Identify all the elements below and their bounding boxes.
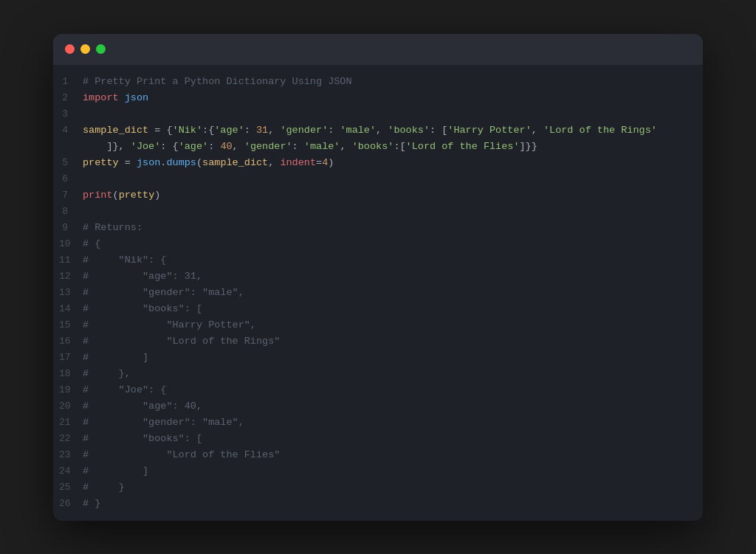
code-line-content: # "Nik": { [83, 252, 697, 269]
code-line-content: pretty = json.dumps(sample_dict, indent=… [83, 155, 697, 171]
code-line-content: # ] [83, 350, 697, 366]
code-line-content: # "age": 31, [83, 269, 697, 285]
code-line-content: # Pretty Print a Python Dictionary Using… [83, 74, 697, 90]
code-line-content: # "gender": "male", [83, 415, 697, 431]
maximize-button[interactable] [96, 44, 106, 54]
line-15: 15 # "Harry Potter", [53, 317, 703, 333]
line-10: 10 # { [53, 236, 703, 252]
line-number: 14 [59, 301, 83, 317]
code-line-content: # Returns: [83, 220, 697, 236]
line-3: 3 [53, 106, 703, 122]
line-25: 25 # } [53, 479, 703, 496]
line-6: 6 [53, 171, 703, 187]
code-line-content: # "books": [ [83, 301, 697, 317]
line-21: 21 # "gender": "male", [53, 415, 703, 431]
line-4: 4 sample_dict = {'Nik':{'age': 31, 'gend… [53, 122, 703, 139]
code-line-content: ]}, 'Joe': {'age': 40, 'gender': 'male',… [83, 139, 697, 155]
line-20: 20 # "age": 40, [53, 398, 703, 415]
code-line-content: # }, [83, 366, 697, 382]
line-16: 16 # "Lord of the Rings" [53, 333, 703, 350]
line-number: 7 [59, 187, 83, 204]
line-8: 8 [53, 204, 703, 220]
line-number: 8 [59, 204, 83, 220]
line-number: 24 [59, 463, 83, 479]
line-9: 9 # Returns: [53, 220, 703, 236]
line-17: 17 # ] [53, 350, 703, 366]
line-number: 15 [59, 317, 83, 333]
line-2: 2 import json [53, 90, 703, 106]
code-line-content: # "gender": "male", [83, 285, 697, 301]
line-22: 22 # "books": [ [53, 431, 703, 447]
line-number: 23 [59, 447, 83, 463]
line-1: 1 # Pretty Print a Python Dictionary Usi… [53, 74, 703, 90]
code-line-content: import json [83, 90, 697, 106]
line-number: 6 [59, 171, 83, 187]
line-number: 18 [59, 366, 83, 382]
line-number: 19 [59, 382, 83, 398]
line-12: 12 # "age": 31, [53, 269, 703, 285]
line-5: 5 pretty = json.dumps(sample_dict, inden… [53, 155, 703, 171]
line-number: 13 [59, 285, 83, 301]
code-line-content: # ] [83, 463, 697, 479]
line-13: 13 # "gender": "male", [53, 285, 703, 301]
titlebar [53, 34, 703, 65]
line-23: 23 # "Lord of the Flies" [53, 447, 703, 463]
editor-window: 1 # Pretty Print a Python Dictionary Usi… [53, 34, 703, 521]
code-line-content: # "books": [ [83, 431, 697, 447]
code-line-content: # { [83, 236, 697, 252]
code-line-content: # "Lord of the Flies" [83, 447, 697, 463]
line-number: 11 [59, 252, 83, 269]
line-number: 20 [59, 398, 83, 415]
code-line-content: sample_dict = {'Nik':{'age': 31, 'gender… [83, 122, 697, 139]
line-number: 21 [59, 415, 83, 431]
close-button[interactable] [65, 44, 75, 54]
code-line-content: print(pretty) [83, 187, 697, 204]
line-4-cont: ]}, 'Joe': {'age': 40, 'gender': 'male',… [53, 139, 703, 155]
line-number: 16 [59, 333, 83, 350]
line-14: 14 # "books": [ [53, 301, 703, 317]
line-number: 5 [59, 155, 83, 171]
line-number: 26 [59, 496, 83, 512]
code-line-content [83, 204, 697, 220]
line-number: 4 [59, 122, 83, 139]
line-number: 2 [59, 90, 83, 106]
line-24: 24 # ] [53, 463, 703, 479]
line-number: 9 [59, 220, 83, 236]
code-line-content [83, 106, 697, 122]
line-26: 26 # } [53, 496, 703, 512]
code-line-content: # "Lord of the Rings" [83, 333, 697, 350]
line-number: 1 [59, 74, 83, 90]
line-number: 3 [59, 106, 83, 122]
code-line-content [83, 171, 697, 187]
line-number [59, 139, 83, 139]
line-19: 19 # "Joe": { [53, 382, 703, 398]
code-line-content: # "age": 40, [83, 398, 697, 415]
line-18: 18 # }, [53, 366, 703, 382]
code-line-content: # "Joe": { [83, 382, 697, 398]
line-number: 10 [59, 236, 83, 252]
line-number: 25 [59, 479, 83, 496]
code-line-content: # } [83, 479, 697, 496]
line-number: 17 [59, 350, 83, 366]
minimize-button[interactable] [80, 44, 90, 54]
line-11: 11 # "Nik": { [53, 252, 703, 269]
line-number: 22 [59, 431, 83, 447]
line-number: 12 [59, 269, 83, 285]
code-line-content: # } [83, 496, 697, 512]
code-editor[interactable]: 1 # Pretty Print a Python Dictionary Usi… [53, 65, 703, 521]
code-line-content: # "Harry Potter", [83, 317, 697, 333]
line-7: 7 print(pretty) [53, 187, 703, 204]
